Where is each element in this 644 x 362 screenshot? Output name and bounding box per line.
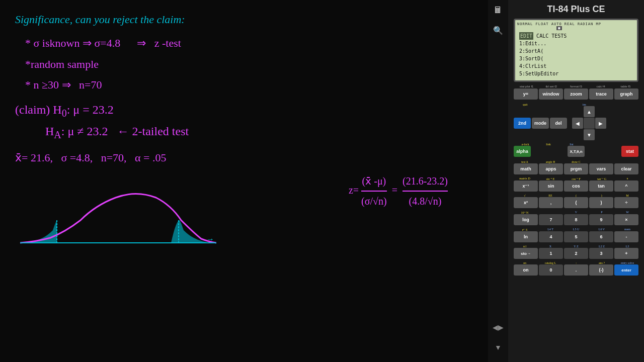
2nd-button[interactable]: 2nd [514,118,531,129]
row5-above-labels: matrix D sin⁻¹ E cos⁻¹ F tan⁻¹ G π [514,177,638,180]
dpad-down-button[interactable]: ▼ [584,129,595,140]
row5-buttons: x⁻¹ sin cos tan ^ [514,180,638,192]
panel-toggle-icon[interactable]: ◀▶ [493,323,504,332]
del-button[interactable]: del [550,118,567,129]
9-button[interactable]: 9 [589,214,613,225]
0-button[interactable]: 0 [539,264,563,276]
label-matrix: matrix D [514,177,536,180]
zoom-button[interactable]: zoom [564,88,588,100]
sto-button[interactable]: sto→ [514,248,538,259]
label-pi: π [616,177,638,180]
row7-buttons: log 7 8 9 × [514,214,638,225]
7-button[interactable]: 7 [539,214,563,225]
dpad-left-button[interactable]: ◀ [572,118,583,129]
alpha-button[interactable]: alpha [514,146,531,157]
label-l6: L6 V [591,228,613,231]
1-button[interactable]: 1 [539,248,563,259]
bullet-lines: * σ isknown ⇒ σ=4.8 ⇒ z -test *random sa… [25,34,473,94]
decimal-button[interactable]: . [564,264,588,276]
label-mem: mem [616,228,638,231]
fn-label-format: format f3 [564,85,588,88]
scroll-down-icon[interactable]: ▼ [495,344,502,352]
y-equals-button[interactable]: y= [514,88,538,100]
screen-content: EDIT CALC TESTS 1:Edit... 2:SortA( 3:Sor… [517,31,635,78]
3-button[interactable]: 3 [589,248,613,259]
dpad-right-button[interactable]: ▶ [595,118,606,129]
screen-line-0: EDIT CALC TESTS [519,32,633,40]
label-l4: L4 T [539,228,561,231]
row2-buttons: 2nd mode del ▲ ◀ · ▶ ▼ [514,106,638,140]
math-button[interactable]: math [514,163,538,174]
row8-above-labels: eˣ S L4 T L5 U L6 V mem [514,228,638,231]
label-10x: 10ˣ N [514,211,536,214]
on-button[interactable]: on [514,264,538,276]
label-sinv: sin⁻¹ E [539,177,561,180]
fn-label-tblset: tbl set f2 [539,85,564,88]
6-button[interactable]: 6 [589,231,613,242]
search-icon[interactable]: 🔍 [493,26,503,35]
negative-button[interactable]: (-) [589,264,613,276]
sin-button[interactable]: sin [539,180,563,192]
window-button[interactable]: window [539,88,563,100]
minus-button[interactable]: - [614,231,638,242]
2-button[interactable]: 2 [564,248,588,259]
cos-button[interactable]: cos [564,180,588,192]
4-button[interactable]: 4 [539,231,563,242]
dpad-empty-tl [572,106,583,117]
fn-label-calc: calc f4 [589,85,613,88]
left-paren-button[interactable]: ( [564,197,588,208]
screen-line-3: 3:SortD( [519,55,633,62]
row6-buttons: x² , ( ) ÷ [514,197,638,208]
mode-button[interactable]: mode [532,118,549,129]
label-cosinv: cos⁻¹ F [565,177,587,180]
xsquared-button[interactable]: x² [514,197,538,208]
screen-line-4: 4:ClrList [519,62,633,70]
caret-button[interactable]: ^ [614,180,638,192]
label-ex: eˣ S [514,228,536,231]
blackboard: Significance, can you reject the claim: … [0,0,488,362]
graph-button[interactable]: graph [614,88,638,100]
row8-buttons: ln 4 5 6 - [514,231,638,242]
h0-line: (claim) H0: μ = 23.2 [15,100,473,122]
screen-line-2: 2:SortA( [519,47,633,55]
stat-button[interactable]: stat [621,146,638,157]
log-button[interactable]: log [514,214,538,225]
screen-line-5: 5:SetUpEditor [519,70,633,77]
calculator-icon[interactable]: 🖩 [494,5,503,16]
multiply-button[interactable]: × [614,214,638,225]
bullet-2: *random sample [25,55,473,73]
fn-buttons-row: y= window zoom trace graph [514,88,638,100]
clear-button[interactable]: clear [614,163,638,174]
ln-button[interactable]: ln [514,231,538,242]
ha-line: HA: μ ≠ 23.2 ← 2-tailed test [45,121,473,143]
label-n [539,211,561,214]
dpad-up-button[interactable]: ▲ [584,106,595,117]
xinverse-button[interactable]: x⁻¹ [514,180,538,192]
dpad: ▲ ◀ · ▶ ▼ [572,106,606,140]
right-paren-button[interactable]: ) [589,197,613,208]
bullet-3: * n ≥30 ⇒ n=70 [25,75,473,94]
comma-button[interactable]: , [539,197,563,208]
divide-button[interactable]: ÷ [614,197,638,208]
prgm-button[interactable]: prgm [564,163,588,174]
xton-button[interactable]: X,T,θ,n [568,146,585,157]
trace-button[interactable]: trace [589,88,613,100]
calculator-title: TI-84 Plus CE [547,4,605,15]
hypothesis-block: (claim) H0: μ = 23.2 HA: μ ≠ 23.2 ← 2-ta… [15,100,473,144]
row3-buttons: alpha X,T,θ,n stat [514,146,638,157]
enter-button[interactable]: enter [614,264,638,276]
bell-curve-area: → z= (x̄ -μ) (σ/√n) = (21.6-23.2) (4.8/√… [15,172,473,248]
formula-area: z= (x̄ -μ) (σ/√n) = (21.6-23.2) (4.8/√n) [349,172,448,210]
tan-button[interactable]: tan [589,180,613,192]
bullet-1: * σ isknown ⇒ σ=4.8 ⇒ z -test [25,34,473,52]
apps-button[interactable]: apps [539,163,563,174]
vars-button[interactable]: vars [589,163,613,174]
screen-highlight-edit: EDIT [519,32,533,40]
8-button[interactable]: 8 [564,214,588,225]
row4-buttons: math apps prgm vars clear [514,163,638,174]
5-button[interactable]: 5 [564,231,588,242]
calculator-screen: NORMAL FLOAT AUTO REAL RADIAN MP ■ EDIT … [514,19,638,82]
plus-button[interactable]: + [614,248,638,259]
dpad-empty-br [595,129,606,140]
screen-line-1: 1:Edit... [519,40,633,47]
